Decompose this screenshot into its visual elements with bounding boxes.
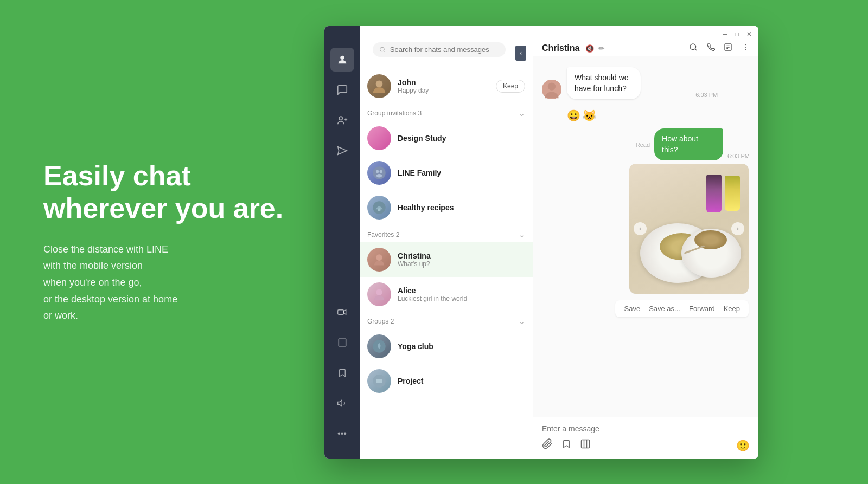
- title-bar: ─ □ ✕: [360, 26, 758, 42]
- contact-avatar: [542, 80, 561, 99]
- list-item-healthy-recipes[interactable]: Healthy recipes: [360, 190, 533, 225]
- notes-icon[interactable]: [724, 43, 732, 54]
- left-panel: Easily chat wherever you are. Close the …: [0, 0, 320, 484]
- christina-preview: What's up?: [398, 260, 525, 268]
- sidebar-item-bookmark[interactable]: [330, 361, 354, 385]
- emoji-button[interactable]: 🙂: [736, 439, 750, 452]
- crop-input-icon[interactable]: [580, 438, 591, 452]
- message-input[interactable]: [542, 424, 750, 433]
- sidebar-item-share[interactable]: [330, 139, 354, 163]
- input-toolbar: 🙂: [542, 438, 750, 452]
- svg-point-16: [378, 208, 380, 211]
- sidebar-item-speaker[interactable]: [330, 391, 354, 415]
- svg-rect-33: [582, 440, 590, 448]
- incoming-message-bubble: What should we have for lunch?: [567, 67, 641, 99]
- sidebar-item-more[interactable]: •••: [330, 422, 354, 446]
- keep-image-button[interactable]: Keep: [724, 305, 740, 313]
- svg-point-12: [376, 170, 379, 173]
- project-name: Project: [398, 377, 525, 385]
- emoji-1: 😀: [567, 109, 580, 122]
- search-chat-icon[interactable]: [689, 43, 698, 54]
- outgoing-message-container: Read How about this? 6:03 PM: [542, 128, 750, 294]
- bookmark-input-icon[interactable]: [561, 438, 571, 452]
- svg-point-0: [340, 56, 344, 60]
- attach-icon[interactable]: [542, 438, 553, 452]
- svg-rect-21: [376, 379, 382, 383]
- john-keep-button[interactable]: Keep: [496, 80, 525, 93]
- svg-rect-6: [339, 339, 346, 346]
- design-name: Design Study: [398, 134, 525, 143]
- chat-list-panel: ‹ John Happy day Keep Group invitations …: [360, 26, 533, 459]
- more-options-icon[interactable]: [741, 43, 750, 54]
- john-chat-info: John Happy day: [398, 78, 489, 94]
- list-item-project[interactable]: Project: [360, 364, 533, 398]
- svg-point-13: [380, 170, 382, 173]
- close-button[interactable]: ✕: [746, 30, 752, 38]
- call-icon[interactable]: [706, 43, 715, 54]
- save-button[interactable]: Save: [624, 305, 640, 313]
- outgoing-message-row: Read How about this? 6:03 PM: [635, 128, 750, 160]
- emoji-2: 😺: [583, 109, 596, 122]
- section-group-invitations[interactable]: Group invitations 3 ⌄: [360, 104, 533, 121]
- alice-preview: Luckiest girl in the world: [398, 295, 525, 302]
- search-bar[interactable]: [373, 42, 506, 57]
- maximize-button[interactable]: □: [735, 30, 739, 38]
- line-family-name: LINE Family: [398, 169, 525, 177]
- sidebar-item-profile[interactable]: [330, 48, 354, 72]
- svg-line-23: [695, 49, 697, 50]
- incoming-bubble-container: What should we have for lunch?: [567, 67, 690, 99]
- sidebar-item-crop[interactable]: [330, 331, 354, 354]
- list-item-john[interactable]: John Happy day Keep: [360, 69, 533, 104]
- svg-point-14: [376, 174, 382, 178]
- sidebar-item-add-friend[interactable]: [330, 108, 354, 132]
- alice-name: Alice: [398, 286, 525, 295]
- minimize-button[interactable]: ─: [723, 30, 727, 38]
- section-groups[interactable]: Groups 2 ⌄: [360, 312, 533, 329]
- search-input[interactable]: [390, 46, 499, 54]
- sidebar-item-chat[interactable]: [330, 78, 354, 102]
- christina-name: Christina: [398, 251, 525, 260]
- healthy-chat-info: Healthy recipes: [398, 203, 525, 212]
- list-item-yoga-club[interactable]: Yoga club: [360, 329, 533, 364]
- svg-point-18: [376, 289, 382, 295]
- svg-point-1: [339, 117, 342, 120]
- svg-point-30: [745, 49, 746, 50]
- messages-area: What should we have for lunch? 6:03 PM 😀…: [533, 56, 758, 417]
- svg-line-9: [384, 51, 385, 52]
- save-as-button[interactable]: Save as...: [649, 305, 680, 313]
- list-item-christina[interactable]: Christina What's up?: [360, 242, 533, 277]
- avatar-john: [367, 74, 391, 98]
- collapse-button[interactable]: ‹: [515, 46, 526, 61]
- sub-text: Close the distance with LINE with the mo…: [43, 241, 288, 324]
- list-item-design-study[interactable]: Design Study: [360, 121, 533, 156]
- list-item-line-family[interactable]: LINE Family: [360, 156, 533, 190]
- chevron-favorites: ⌄: [519, 230, 525, 239]
- chat-header-icons: [689, 43, 750, 54]
- svg-point-8: [380, 47, 384, 51]
- avatar-line: [367, 161, 391, 185]
- svg-marker-4: [337, 147, 347, 155]
- svg-point-22: [690, 44, 696, 50]
- alice-chat-info: Alice Luckiest girl in the world: [398, 286, 525, 302]
- read-status: Read: [636, 141, 650, 148]
- image-next-button[interactable]: ›: [731, 222, 744, 235]
- chevron-invitations: ⌄: [519, 109, 525, 118]
- main-heading: Easily chat wherever you are.: [43, 160, 288, 225]
- chat-panel: Christina 🔇 ✏: [533, 26, 758, 459]
- svg-point-29: [745, 47, 746, 48]
- chat-header-name: Christina 🔇 ✏: [542, 43, 682, 53]
- section-favorites[interactable]: Favorites 2 ⌄: [360, 225, 533, 242]
- svg-point-17: [376, 254, 382, 261]
- drink-purple: [706, 175, 722, 212]
- list-item-alice[interactable]: Alice Luckiest girl in the world: [360, 277, 533, 312]
- avatar-christina: [367, 248, 391, 272]
- design-chat-info: Design Study: [398, 134, 525, 143]
- christina-chat-info: Christina What's up?: [398, 251, 525, 268]
- forward-button[interactable]: Forward: [689, 305, 715, 313]
- search-icon: [379, 46, 386, 53]
- emoji-row: 😀 😺: [567, 109, 750, 122]
- sidebar-item-video[interactable]: [330, 300, 354, 324]
- drink-yellow: [725, 176, 740, 211]
- image-prev-button[interactable]: ‹: [634, 222, 647, 235]
- food-image-canvas: [629, 164, 749, 294]
